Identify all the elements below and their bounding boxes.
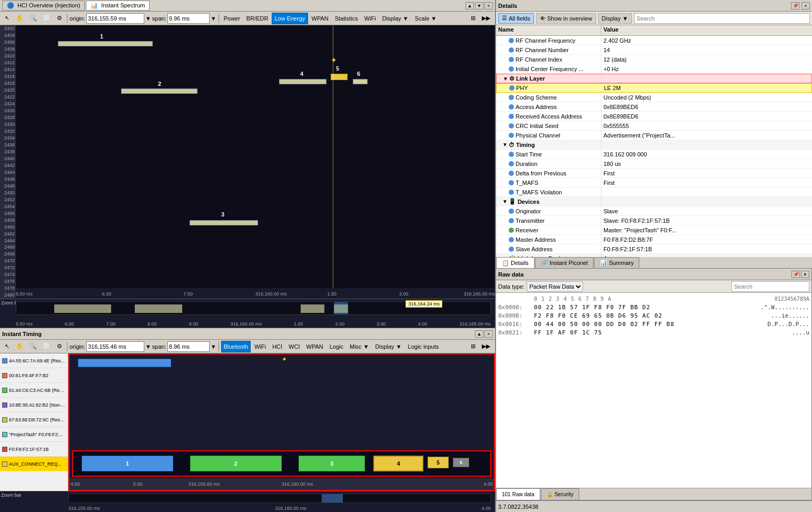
- security-tab[interactable]: 🔒 Security: [541, 488, 579, 500]
- track-5[interactable]: 67:63:88:D8:72:9C (Resol...: [0, 412, 68, 427]
- wpan-timing-btn[interactable]: WPAN: [304, 341, 326, 352]
- details-search-input[interactable]: [634, 13, 810, 24]
- track-7[interactable]: F0:F8:F2:1F:57:1B: [0, 442, 68, 457]
- main-pkt-3[interactable]: 3: [299, 456, 365, 471]
- tab-summary[interactable]: 📊 Summary: [594, 257, 639, 268]
- timing-group-row[interactable]: ▼⏱Timing: [496, 140, 812, 150]
- raw-search-input[interactable]: [731, 281, 809, 292]
- tab-details[interactable]: 📋 Details: [496, 257, 534, 268]
- zoom-tool[interactable]: 🔍: [27, 13, 39, 24]
- main-pkt-5[interactable]: 5: [428, 457, 449, 468]
- packet-6[interactable]: [353, 79, 368, 84]
- display-timing-btn[interactable]: Display ▼: [373, 341, 404, 352]
- display-btn[interactable]: Display ▼: [380, 13, 411, 24]
- timing-pkt-1a[interactable]: [78, 359, 171, 367]
- bredr-btn[interactable]: BR/EDR: [244, 13, 271, 24]
- timing-origin-drop[interactable]: ▼: [145, 343, 151, 350]
- originator-row[interactable]: Originator Slave: [496, 206, 812, 216]
- coding-row[interactable]: Coding Scheme Uncoded (2 Mbps): [496, 93, 812, 102]
- rf-idx-row[interactable]: RF Channel Index 12 (data): [496, 55, 812, 64]
- tab-hci-overview[interactable]: 🔵 HCI Overview (Injection): [2, 1, 85, 11]
- start-time-row[interactable]: Start Time 316.162 009 000: [496, 150, 812, 159]
- rf-icf-row[interactable]: Initial Center Frequency ... +0 Hz: [496, 64, 812, 74]
- low-energy-btn[interactable]: Low Energy: [272, 13, 308, 24]
- master-addr-row[interactable]: Master Address F0:F8:F2:D2:B8:7F: [496, 235, 812, 244]
- delta-row[interactable]: Delta from Previous First: [496, 169, 812, 178]
- devices-toggle[interactable]: ▼: [502, 199, 508, 204]
- packet-1[interactable]: [58, 41, 153, 46]
- scale-btn[interactable]: Scale ▼: [412, 13, 439, 24]
- spectrum-area[interactable]: 2402 2404 2406 2408 2410 2412 2414 2416 …: [0, 25, 495, 299]
- duration-row[interactable]: Duration 180 us: [496, 159, 812, 169]
- details-pin[interactable]: 📌: [791, 2, 799, 9]
- arrow-tool[interactable]: ↖: [2, 13, 12, 24]
- phys-ch-row[interactable]: Physical Channel Advertisement ("Project…: [496, 131, 812, 140]
- main-pkt-2[interactable]: 2: [190, 456, 282, 471]
- hci-btn[interactable]: HCI: [270, 341, 285, 352]
- track-6[interactable]: "ProjectTash" F0:F8:F2:...: [0, 427, 68, 442]
- wci-btn[interactable]: WCI: [286, 341, 302, 352]
- logic-inputs-btn[interactable]: Logic inputs: [405, 341, 442, 352]
- tab-instant-spectrum[interactable]: 📊 Instant Spectrum: [86, 1, 150, 11]
- timing-toggle[interactable]: ▼: [502, 142, 508, 147]
- expand-btn[interactable]: ⊞: [468, 13, 478, 24]
- track-4[interactable]: 10:8E:95:41:92:B2 (Non-...: [0, 398, 68, 412]
- bluetooth-btn[interactable]: Bluetooth: [221, 341, 251, 352]
- timing-zoom-bar[interactable]: Zoom bar 316,155.00 ms 316,160.00 ms 4.0…: [0, 491, 495, 512]
- logic-btn[interactable]: Logic: [327, 341, 346, 352]
- all-fields-btn[interactable]: ☰ All fields: [498, 13, 534, 24]
- track-3[interactable]: 61:44:C6:C3:AC:6B (Res...: [0, 383, 68, 398]
- link-layer-toggle[interactable]: ▼: [503, 76, 508, 82]
- misc-btn[interactable]: Misc ▼: [347, 341, 372, 352]
- transmitter-row[interactable]: Transmitter Slave: F0:F8:F2:1F:57:1B: [496, 216, 812, 225]
- show-overview-btn[interactable]: 👁 Show in overview: [536, 13, 596, 24]
- packet-4[interactable]: [279, 79, 326, 84]
- collapse-btn[interactable]: ▶▶: [479, 13, 493, 24]
- main-pkt-6[interactable]: 6: [453, 458, 470, 467]
- timing-min-btn[interactable]: ▲: [475, 330, 483, 338]
- origin-input[interactable]: [86, 13, 144, 24]
- timing-span-drop[interactable]: ▼: [211, 343, 216, 350]
- timing-zoom[interactable]: 🔍: [27, 341, 39, 352]
- wpan-btn[interactable]: WPAN: [309, 13, 331, 24]
- span-dropdown[interactable]: ▼: [211, 15, 216, 22]
- crc-seed-row[interactable]: CRC Initial Seed 0x555555: [496, 121, 812, 131]
- access-addr-row[interactable]: Access Address 0x8E89BED6: [496, 102, 812, 112]
- timing-origin-input[interactable]: [86, 341, 144, 352]
- timing-close-btn[interactable]: ×: [484, 330, 493, 338]
- receiver-row[interactable]: Receiver Master: "ProjectTash" F0:F...: [496, 225, 812, 235]
- main-pkt-4[interactable]: 4: [373, 456, 423, 471]
- track-2[interactable]: 00:81:F9:4F:F7:B2: [0, 368, 68, 383]
- display-details-btn[interactable]: Display ▼: [598, 13, 632, 24]
- tmafs-row[interactable]: T_MAFS First: [496, 178, 812, 188]
- timing-select[interactable]: ⬜: [41, 341, 53, 352]
- phy-row[interactable]: PHY LE 2M: [496, 83, 812, 93]
- timing-main[interactable]: ✦: [68, 353, 495, 491]
- track-1[interactable]: 4A:55:6C:7A:69:4E (Res...: [0, 353, 68, 368]
- settings-tool[interactable]: ⚙: [54, 13, 65, 24]
- timing-settings[interactable]: ⚙: [54, 341, 65, 352]
- zoom-indicator[interactable]: [334, 302, 348, 314]
- packet-2[interactable]: [121, 88, 197, 94]
- restore-btn[interactable]: ▼: [475, 2, 483, 9]
- close-btn[interactable]: ×: [484, 2, 493, 9]
- data-type-select[interactable]: Packet Raw Data: [527, 281, 583, 292]
- raw-pin[interactable]: 📌: [791, 271, 800, 278]
- rf-freq-row[interactable]: RF Channel Frequency 2.402 GHz: [496, 36, 812, 45]
- timing-arrow[interactable]: ↖: [2, 341, 12, 352]
- timing-expand[interactable]: ⊞: [468, 341, 478, 352]
- timing-span-input[interactable]: [167, 341, 210, 352]
- packet-3[interactable]: [190, 220, 258, 225]
- spectrum-zoom-bar[interactable]: Zoom bar 316,164.24 ms 5.50 ms 6.00 7.00…: [0, 299, 495, 328]
- raw-data-tab[interactable]: 101 Raw data: [496, 488, 540, 500]
- tmafs-viol-row[interactable]: T_MAFS Violation: [496, 188, 812, 197]
- raw-close[interactable]: ×: [801, 271, 809, 278]
- origin-dropdown[interactable]: ▼: [145, 15, 151, 22]
- span-input[interactable]: [167, 13, 210, 24]
- rf-num-row[interactable]: RF Channel Number 14: [496, 45, 812, 55]
- timing-collapse[interactable]: ▶▶: [479, 341, 493, 352]
- slave-addr-row[interactable]: Slave Address F0:F8:F2:1F:57:1B: [496, 244, 812, 254]
- track-8[interactable]: AUX_CONNECT_REQ...: [0, 457, 68, 471]
- select-tool[interactable]: ⬜: [41, 13, 53, 24]
- devices-group-row[interactable]: ▼📱Devices: [496, 197, 812, 206]
